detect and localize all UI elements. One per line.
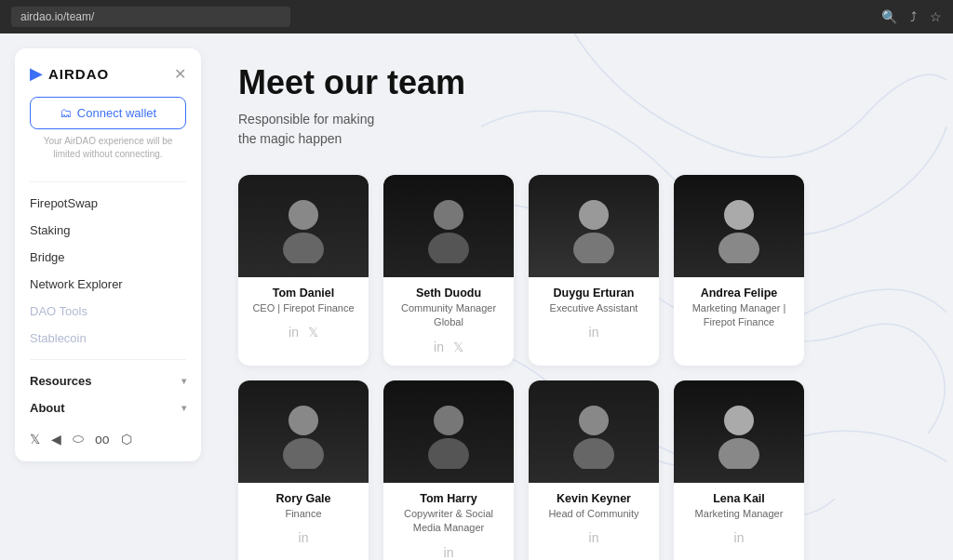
team-photo-lena — [674, 380, 804, 483]
team-card-andrea: Andrea Felipe Marketing Manager | Firepo… — [674, 175, 804, 366]
linkedin-icon-lena[interactable]: in — [734, 530, 745, 545]
sidebar-item-staking[interactable]: Staking — [30, 217, 186, 244]
twitter-icon[interactable]: 𝕏 — [30, 432, 40, 447]
svg-point-12 — [579, 406, 609, 435]
page-title: Meet our team — [238, 63, 916, 102]
linkedin-icon[interactable]: in — [289, 325, 299, 340]
linkedin-icon-kevin[interactable]: in — [589, 530, 599, 545]
svg-point-9 — [283, 438, 324, 469]
team-name-rory: Rory Gale — [268, 492, 338, 505]
team-name-lena: Lena Kail — [705, 492, 772, 505]
svg-point-7 — [718, 233, 759, 263]
team-grid: Tom Daniel CEO | Firepot Finance in 𝕏 Se… — [238, 175, 916, 560]
wallet-note: Your AirDAO experience will be limited w… — [30, 135, 186, 161]
team-card-seth: Seth Duodu Community Manager Global in 𝕏 — [383, 175, 514, 366]
main-content: Meet our team Responsible for making the… — [201, 33, 953, 560]
sidebar-section-about[interactable]: About ▾ — [30, 394, 186, 421]
bookmark-icon[interactable]: ☆ — [930, 9, 942, 24]
team-role-kevin: Head of Community — [541, 505, 646, 521]
team-role-seth: Community Manager Global — [383, 300, 514, 330]
team-social-rory: in — [299, 530, 309, 545]
sidebar-section-resources[interactable]: Resources ▾ — [30, 367, 186, 394]
twitter-icon-seth[interactable]: 𝕏 — [453, 340, 463, 354]
team-name-tom: Tom Daniel — [265, 287, 342, 300]
team-social-tom: in 𝕏 — [289, 325, 318, 340]
sidebar-item-bridge[interactable]: Bridge — [30, 244, 186, 271]
browser-bar: airdao.io/team/ 🔍 ⤴ ☆ — [0, 0, 953, 33]
svg-point-10 — [434, 406, 463, 435]
telegram-icon[interactable]: ◀ — [51, 432, 61, 447]
team-social-seth: in 𝕏 — [434, 340, 463, 354]
discord-icon[interactable]: ⬡ — [121, 432, 132, 447]
connect-wallet-label: Connect wallet — [77, 106, 156, 120]
sidebar-item-firepotswap[interactable]: FirepotSwap — [30, 190, 186, 217]
svg-point-8 — [289, 406, 318, 435]
team-name-seth: Seth Duodu — [409, 287, 489, 300]
team-name-kevin: Kevin Keyner — [549, 492, 638, 505]
team-card-tom-daniel: Tom Daniel CEO | Firepot Finance in 𝕏 — [238, 175, 369, 366]
team-card-tomh: Tom Harry Copywriter & Social Media Mana… — [383, 380, 514, 560]
team-photo-seth — [383, 175, 514, 277]
sidebar-item-network-explorer[interactable]: Network Explorer — [30, 271, 186, 298]
browser-icons: 🔍 ⤴ ☆ — [881, 9, 942, 24]
linkedin-icon-duygu[interactable]: in — [589, 325, 599, 340]
about-label: About — [30, 401, 65, 415]
browser-url[interactable]: airdao.io/team/ — [11, 7, 290, 27]
airdao-logo-icon: ▶ — [30, 63, 43, 84]
sidebar-item-dao-tools[interactable]: DAO Tools — [30, 298, 186, 325]
twitter-icon-tom[interactable]: 𝕏 — [308, 325, 318, 340]
team-name-tomh: Tom Harry — [412, 492, 485, 505]
svg-point-6 — [724, 200, 754, 230]
sidebar-divider — [30, 181, 186, 182]
team-photo-andrea — [674, 175, 804, 277]
sidebar-logo-text: AIRDAO — [48, 66, 109, 82]
svg-point-1 — [283, 233, 324, 263]
sidebar-divider-2 — [30, 359, 186, 360]
sidebar-logo: ▶ AIRDAO ✕ — [30, 63, 186, 84]
sidebar: ▶ AIRDAO ✕ 🗂 Connect wallet Your AirDAO … — [15, 48, 201, 461]
team-role-tomh: Copywriter & Social Media Manager — [383, 505, 514, 536]
share-icon[interactable]: ⤴ — [910, 9, 917, 24]
team-social-tomh: in — [444, 545, 454, 560]
connect-wallet-button[interactable]: 🗂 Connect wallet — [30, 97, 186, 129]
svg-point-0 — [289, 200, 318, 230]
team-photo-tom — [238, 175, 369, 277]
team-photo-rory — [238, 380, 369, 483]
medium-icon[interactable]: oo — [95, 432, 110, 447]
sidebar-social: 𝕏 ◀ ⬭ oo ⬡ — [30, 431, 186, 447]
team-card-kevin: Kevin Keyner Head of Community in — [529, 380, 659, 560]
wallet-icon: 🗂 — [60, 106, 72, 120]
sidebar-item-stablecoin[interactable]: Stablecoin — [30, 325, 186, 352]
team-card-lena: Lena Kail Marketing Manager in — [674, 380, 804, 560]
close-icon[interactable]: ✕ — [174, 65, 186, 83]
linkedin-icon-rory[interactable]: in — [299, 530, 309, 545]
page-subtitle: Responsible for making the magic happen — [238, 110, 916, 149]
team-role-andrea: Marketing Manager | Firepot Finance — [674, 300, 804, 330]
team-social-lena: in — [734, 530, 745, 545]
team-card-rory: Rory Gale Finance in — [238, 380, 369, 560]
resources-label: Resources — [30, 374, 91, 388]
chevron-down-icon-2: ▾ — [181, 403, 186, 413]
svg-point-11 — [428, 438, 469, 469]
team-name-andrea: Andrea Felipe — [693, 287, 785, 300]
team-photo-duygu — [529, 175, 659, 277]
team-role-tom: CEO | Firepot Finance — [245, 300, 361, 315]
linkedin-icon-tomh[interactable]: in — [444, 545, 454, 560]
team-name-duygu: Duygu Erturan — [546, 287, 642, 300]
team-photo-tomh — [383, 380, 514, 483]
svg-point-2 — [434, 200, 463, 230]
svg-point-3 — [428, 233, 469, 263]
team-photo-kevin — [529, 380, 659, 483]
search-icon[interactable]: 🔍 — [881, 9, 897, 24]
reddit-icon[interactable]: ⬭ — [73, 431, 84, 447]
team-role-duygu: Executive Assistant — [543, 300, 646, 315]
main-area: ▶ AIRDAO ✕ 🗂 Connect wallet Your AirDAO … — [0, 33, 953, 560]
linkedin-icon-seth[interactable]: in — [434, 340, 444, 354]
svg-point-4 — [579, 200, 609, 230]
svg-point-13 — [573, 438, 614, 469]
svg-point-5 — [573, 233, 614, 263]
team-card-duygu: Duygu Erturan Executive Assistant in — [529, 175, 659, 366]
team-social-duygu: in — [589, 325, 599, 340]
team-role-lena: Marketing Manager — [688, 505, 791, 521]
team-social-kevin: in — [589, 530, 599, 545]
